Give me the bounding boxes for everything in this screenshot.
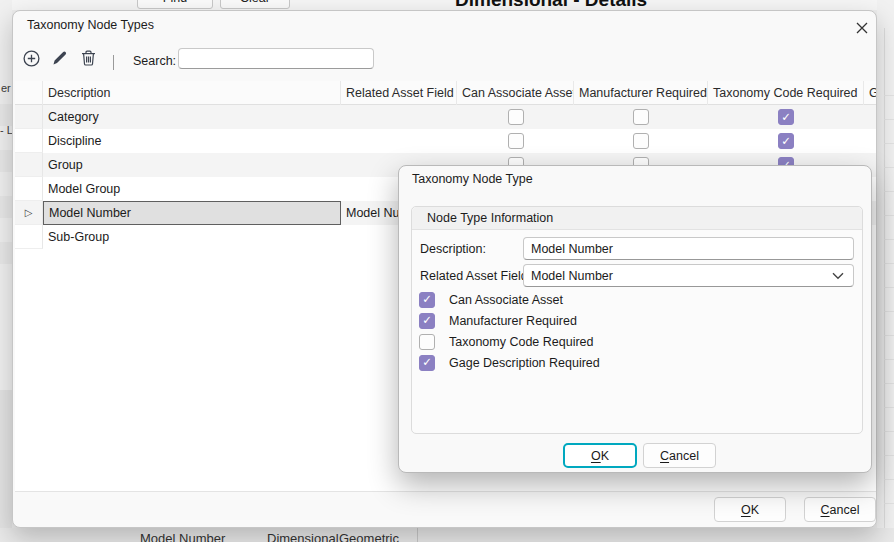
selected-row-arrow-icon: ▷ (25, 208, 33, 218)
description-cell[interactable]: Discipline (43, 129, 341, 153)
checkbox-row[interactable]: Can Associate Asset (419, 289, 849, 310)
checkbox-label: Gage Description Required (449, 356, 600, 370)
background-grid-rows (884, 72, 894, 516)
edit-button[interactable] (51, 51, 69, 69)
search-label: Search: (133, 54, 176, 68)
row-gutter (15, 105, 43, 129)
row-gutter (15, 129, 43, 153)
column-header-gage-description-required[interactable]: Gage Description Required (864, 81, 876, 105)
cancel-button[interactable]: Cancel (804, 497, 876, 522)
background-row-stripe (0, 196, 12, 218)
related-asset-field-label: Related Asset Field: (420, 269, 531, 283)
description-cell[interactable]: Model Group (43, 177, 341, 201)
background-cell: Dimensional (267, 531, 339, 542)
taxonomy-code-required-checkbox[interactable] (778, 109, 794, 125)
background-table-row: Model Number Dimensional Geometric (0, 528, 894, 542)
taxonomy-code-required-checkbox[interactable] (778, 133, 794, 149)
manufacturer-required-checkbox[interactable] (633, 133, 649, 149)
can-associate-asset-checkbox[interactable] (508, 109, 524, 125)
edit-ok-button-label: OK (591, 449, 609, 463)
edit-cancel-button[interactable]: Cancel (643, 443, 716, 468)
background-page-title: Dimensional - Details (455, 0, 647, 10)
checkbox-list: Can Associate AssetManufacturer Required… (419, 289, 849, 373)
ok-button[interactable]: OK (714, 497, 786, 522)
taxonomy-code-required-checkbox-cell (708, 129, 864, 153)
background-row-stripe (0, 104, 12, 126)
checkbox-label: Manufacturer Required (449, 314, 577, 328)
clear-button[interactable]: Clear (220, 0, 290, 9)
row-gutter: ▷ (15, 201, 43, 225)
edit-ok-button[interactable]: OK (563, 443, 637, 468)
column-header-taxonomy-code-required[interactable]: Taxonomy Code Required (708, 81, 864, 105)
ok-button-label: OK (741, 503, 759, 517)
background-text-fragment: - L (0, 124, 12, 136)
background-cell: Model Number (140, 531, 225, 542)
toolbar-separator (113, 55, 114, 70)
background-cell: Geometric (339, 531, 399, 542)
edit-dialog-title: Taxonomy Node Type (412, 172, 533, 186)
taxonomy-code-required-checkbox[interactable] (419, 334, 435, 350)
edit-cancel-button-label: Cancel (660, 449, 699, 463)
close-button[interactable] (852, 19, 872, 39)
gage-description-required-cell (864, 129, 876, 153)
row-gutter (15, 225, 43, 249)
checkbox-label: Taxonomy Code Required (449, 335, 594, 349)
taxonomy-code-required-checkbox-cell (708, 105, 864, 129)
background-panel (0, 390, 12, 528)
description-cell[interactable]: Model Number (43, 201, 341, 225)
can-associate-asset-checkbox[interactable] (419, 292, 435, 308)
checkbox-row[interactable]: Gage Description Required (419, 352, 849, 373)
cancel-button-label: Cancel (821, 503, 860, 517)
chevron-down-icon (832, 272, 844, 280)
manufacturer-required-checkbox[interactable] (633, 109, 649, 125)
checkbox-row[interactable]: Manufacturer Required (419, 310, 849, 331)
can-associate-asset-checkbox[interactable] (508, 133, 524, 149)
description-cell[interactable]: Group (43, 153, 341, 177)
row-gutter-header (15, 81, 43, 105)
column-header-manufacturer-required[interactable]: Manufacturer Required (574, 81, 708, 105)
row-gutter (15, 153, 43, 177)
related-asset-field-cell[interactable] (341, 129, 457, 153)
column-header-can-associate-asset[interactable]: Can Associate Asset (457, 81, 574, 105)
close-icon (856, 20, 868, 38)
manufacturer-required-checkbox-cell (574, 129, 708, 153)
delete-button[interactable] (80, 52, 96, 68)
description-input[interactable] (523, 237, 854, 260)
pencil-icon (52, 50, 68, 70)
table-header-row: Description Related Asset Field Can Asso… (15, 81, 876, 105)
description-cell[interactable]: Category (43, 105, 341, 129)
dialog-title: Taxonomy Node Types (27, 18, 154, 32)
group-header: Node Type Information (412, 207, 862, 230)
row-gutter (15, 177, 43, 201)
background-text-fragment: er (1, 82, 11, 94)
circled-plus-icon (23, 50, 40, 71)
description-label: Description: (420, 242, 486, 256)
dropdown-selected-value: Model Number (524, 269, 832, 283)
can-associate-asset-checkbox-cell (457, 105, 574, 129)
description-cell[interactable]: Sub-Group (43, 225, 341, 249)
table-row[interactable]: Category (15, 105, 876, 129)
background-row-stripe (0, 242, 12, 264)
related-asset-field-dropdown[interactable]: Model Number (523, 264, 854, 287)
manufacturer-required-checkbox[interactable] (419, 313, 435, 329)
checkbox-row[interactable]: Taxonomy Code Required (419, 331, 849, 352)
column-header-related-asset-field[interactable]: Related Asset Field (341, 81, 457, 105)
related-asset-field-cell[interactable] (341, 105, 457, 129)
column-header-description[interactable]: Description (43, 81, 341, 105)
table-row[interactable]: Discipline (15, 129, 876, 153)
checkbox-label: Can Associate Asset (449, 293, 563, 307)
node-type-information-group: Node Type Information Description: Relat… (411, 206, 863, 434)
gage-description-required-cell (864, 105, 876, 129)
can-associate-asset-checkbox-cell (457, 129, 574, 153)
background-grid-line (417, 528, 418, 542)
find-button[interactable]: Find (137, 0, 213, 9)
background-right-strip (877, 0, 894, 542)
background-left-strip: er - L (0, 0, 12, 542)
taxonomy-node-type-edit-dialog: Taxonomy Node Type Node Type Information… (398, 165, 872, 473)
search-input[interactable] (178, 48, 374, 69)
gage-description-required-checkbox[interactable] (419, 355, 435, 371)
background-toolbar: Find Clear Dimensional - Details (0, 0, 894, 10)
add-button[interactable] (22, 51, 40, 69)
background-row-stripe (0, 150, 12, 172)
manufacturer-required-checkbox-cell (574, 105, 708, 129)
